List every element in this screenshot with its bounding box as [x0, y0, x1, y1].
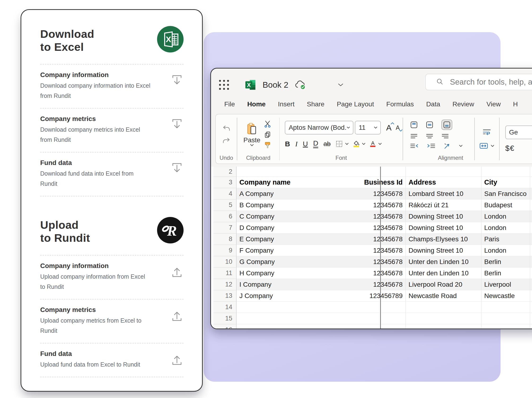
- decrease-indent-icon[interactable]: [410, 143, 419, 149]
- cell[interactable]: Downing Street 10: [406, 211, 481, 222]
- cell[interactable]: [481, 167, 530, 177]
- orientation-icon[interactable]: [443, 142, 451, 149]
- bold-icon[interactable]: B: [285, 140, 290, 148]
- cell[interactable]: C Company: [237, 211, 355, 222]
- merge-center-icon[interactable]: [479, 143, 488, 149]
- row-header-16[interactable]: 16: [213, 324, 237, 329]
- tab-data[interactable]: Data: [426, 100, 440, 108]
- strikethrough-icon[interactable]: ab: [323, 140, 330, 148]
- number-format-select[interactable]: Ge: [505, 125, 532, 139]
- row-header-9[interactable]: 9: [213, 245, 237, 256]
- align-right-icon[interactable]: [441, 133, 449, 139]
- double-underline-icon[interactable]: D: [313, 140, 318, 148]
- cell[interactable]: Newcastle: [481, 290, 530, 302]
- tab-page-layout[interactable]: Page Layout: [337, 100, 374, 108]
- merge-chevron-icon[interactable]: [491, 145, 494, 147]
- cell[interactable]: Newcastle Road: [406, 290, 481, 302]
- cell[interactable]: Rákóczi út 21: [406, 199, 481, 211]
- cell[interactable]: [530, 290, 532, 302]
- cell[interactable]: H Company: [237, 267, 355, 279]
- cell[interactable]: [481, 302, 530, 313]
- row-header-14[interactable]: 14: [213, 302, 237, 313]
- borders-chevron-icon[interactable]: [345, 143, 349, 145]
- row-header-15[interactable]: 15: [213, 313, 237, 324]
- tab-review[interactable]: Review: [453, 100, 474, 108]
- cut-icon[interactable]: [264, 121, 271, 128]
- cell[interactable]: [530, 167, 532, 177]
- cell[interactable]: Berlin: [481, 267, 530, 279]
- row-header-10[interactable]: 10: [213, 256, 237, 267]
- tab-insert[interactable]: Insert: [278, 100, 295, 108]
- font-size-select[interactable]: 11: [355, 121, 381, 135]
- row-header-7[interactable]: 7: [213, 222, 237, 234]
- cell[interactable]: D Company: [237, 222, 355, 234]
- cell[interactable]: [530, 313, 532, 324]
- font-name-select[interactable]: Aptos Narrow (Bod...: [285, 121, 353, 135]
- cell[interactable]: Downing Street 10: [406, 245, 481, 256]
- column-header-cell[interactable]: City: [481, 177, 530, 188]
- undo-icon[interactable]: [223, 125, 230, 131]
- paste-button[interactable]: Paste: [243, 123, 260, 147]
- cell[interactable]: London: [481, 245, 530, 256]
- align-top-icon[interactable]: [410, 121, 418, 129]
- borders-icon[interactable]: [336, 140, 343, 148]
- tab-view[interactable]: View: [487, 100, 501, 108]
- tab-share[interactable]: Share: [307, 100, 324, 108]
- tab-formulas[interactable]: Formulas: [386, 100, 414, 108]
- cell[interactable]: [406, 167, 481, 177]
- cell[interactable]: [530, 211, 532, 222]
- cell[interactable]: E Company: [237, 234, 355, 245]
- copy-icon[interactable]: [265, 131, 271, 138]
- column-header-cell[interactable]: Company name: [237, 177, 355, 188]
- shrink-font-icon[interactable]: A: [396, 124, 400, 131]
- cell[interactable]: London: [481, 222, 530, 234]
- cell[interactable]: [237, 313, 355, 324]
- align-middle-icon[interactable]: [426, 121, 433, 129]
- cell[interactable]: [530, 234, 532, 245]
- cell[interactable]: I Company: [237, 279, 355, 290]
- row-header-13[interactable]: 13: [213, 290, 237, 302]
- cell[interactable]: [530, 188, 532, 199]
- cell[interactable]: F Company: [237, 245, 355, 256]
- cell[interactable]: [481, 313, 530, 324]
- increase-indent-icon[interactable]: [427, 143, 435, 149]
- cell[interactable]: [530, 256, 532, 267]
- cell[interactable]: [530, 245, 532, 256]
- cell[interactable]: [530, 302, 532, 313]
- download-company-metrics-button[interactable]: [171, 118, 183, 131]
- cell[interactable]: [406, 313, 481, 324]
- format-painter-icon[interactable]: [265, 142, 271, 149]
- cell[interactable]: [530, 222, 532, 234]
- grow-font-icon[interactable]: A: [386, 123, 392, 132]
- fill-chevron-icon[interactable]: [362, 143, 366, 145]
- cell[interactable]: [237, 324, 355, 329]
- cell[interactable]: Downing Street 10: [406, 222, 481, 234]
- document-title[interactable]: Book 2: [263, 80, 288, 90]
- cell[interactable]: Berlin: [481, 256, 530, 267]
- pane-divider[interactable]: [380, 167, 381, 329]
- column-header-cell[interactable]: Address: [406, 177, 481, 188]
- cell[interactable]: Liverpool Road 20: [406, 279, 481, 290]
- tab-h[interactable]: H: [513, 100, 518, 108]
- cell[interactable]: [481, 324, 530, 329]
- tab-home[interactable]: Home: [247, 100, 266, 108]
- cell[interactable]: [530, 199, 532, 211]
- cell[interactable]: Paris: [481, 234, 530, 245]
- cell[interactable]: [530, 279, 532, 290]
- download-company-information-button[interactable]: [171, 74, 183, 87]
- cell[interactable]: London: [481, 211, 530, 222]
- italic-icon[interactable]: I: [295, 140, 298, 148]
- orientation-chevron-icon[interactable]: [459, 145, 463, 147]
- cell[interactable]: G Company: [237, 256, 355, 267]
- cell[interactable]: [237, 302, 355, 313]
- cell[interactable]: Liverpool: [481, 279, 530, 290]
- row-header-11[interactable]: 11: [213, 267, 237, 279]
- font-color-chevron-icon[interactable]: [378, 143, 382, 145]
- row-header-5[interactable]: 5: [213, 199, 237, 211]
- search-input[interactable]: Search for tools, help, and: [425, 74, 532, 90]
- title-chevron-down-icon[interactable]: [338, 83, 344, 87]
- row-header-12[interactable]: 12: [213, 279, 237, 290]
- cell[interactable]: B Company: [237, 199, 355, 211]
- tab-file[interactable]: File: [224, 100, 235, 108]
- cell[interactable]: [237, 167, 355, 177]
